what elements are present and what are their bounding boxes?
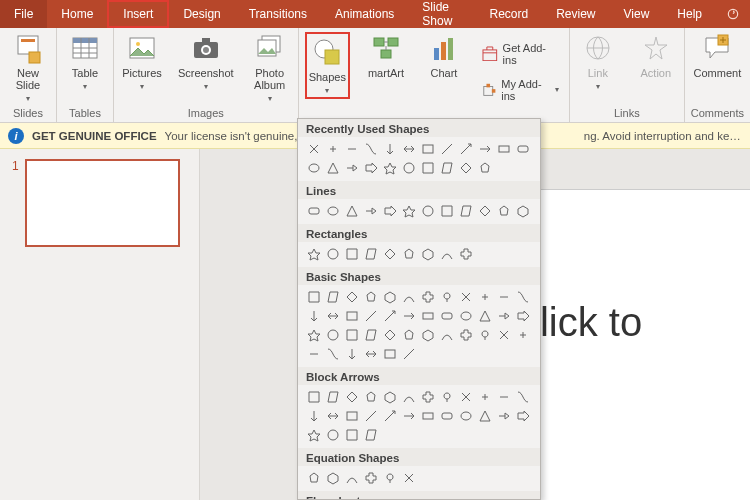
shape-item[interactable] [323,244,342,263]
shape-item[interactable] [475,139,494,158]
tab-home[interactable]: Home [47,0,107,28]
shape-item[interactable] [380,406,399,425]
shape-item[interactable] [437,244,456,263]
shape-item[interactable] [304,468,323,487]
shape-item[interactable] [437,406,456,425]
shape-item[interactable] [380,387,399,406]
get-addins-button[interactable]: Get Add-ins [478,39,563,69]
shape-item[interactable] [323,287,342,306]
shape-item[interactable] [418,287,437,306]
slide-subtitle-placeholder[interactable]: Click to [511,365,750,386]
shape-item[interactable] [456,201,475,220]
shape-item[interactable] [437,201,456,220]
shape-item[interactable] [323,139,342,158]
shape-item[interactable] [399,325,418,344]
shape-item[interactable] [323,158,342,177]
shape-item[interactable] [323,425,342,444]
shape-item[interactable] [399,387,418,406]
shape-item[interactable] [342,425,361,444]
shape-item[interactable] [494,387,513,406]
shape-item[interactable] [418,244,437,263]
shape-item[interactable] [399,158,418,177]
tab-review[interactable]: Review [542,0,609,28]
shape-item[interactable] [418,158,437,177]
shape-item[interactable] [323,325,342,344]
shape-item[interactable] [418,325,437,344]
tab-transitions[interactable]: Transitions [235,0,321,28]
shape-item[interactable] [456,387,475,406]
shape-item[interactable] [399,406,418,425]
slide-thumbnail[interactable] [25,159,180,247]
shape-item[interactable] [418,139,437,158]
shape-item[interactable] [361,425,380,444]
screenshot-button[interactable]: Screenshot ▾ [178,32,234,103]
shape-item[interactable] [361,344,380,363]
shape-item[interactable] [342,325,361,344]
shape-item[interactable] [380,244,399,263]
shape-item[interactable] [342,344,361,363]
shape-item[interactable] [304,344,323,363]
tell-me-icon[interactable] [716,0,750,28]
shape-item[interactable] [304,201,323,220]
shape-item[interactable] [456,244,475,263]
shape-item[interactable] [399,306,418,325]
shape-item[interactable] [494,306,513,325]
shape-item[interactable] [456,306,475,325]
shape-item[interactable] [418,306,437,325]
shape-item[interactable] [399,344,418,363]
shape-item[interactable] [380,158,399,177]
shape-item[interactable] [475,387,494,406]
tab-file[interactable]: File [0,0,47,28]
shape-item[interactable] [475,306,494,325]
shape-item[interactable] [304,287,323,306]
shape-item[interactable] [380,325,399,344]
shape-item[interactable] [456,325,475,344]
shape-item[interactable] [342,158,361,177]
shape-item[interactable] [361,406,380,425]
tab-record[interactable]: Record [475,0,542,28]
photo-album-button[interactable]: Photo Album ▾ [248,32,292,103]
shape-item[interactable] [380,201,399,220]
shape-item[interactable] [342,139,361,158]
smartart-button[interactable]: martArt [364,32,408,99]
shape-item[interactable] [304,425,323,444]
shape-item[interactable] [361,468,380,487]
shape-item[interactable] [494,406,513,425]
shape-item[interactable] [342,244,361,263]
tab-view[interactable]: View [610,0,664,28]
chart-button[interactable]: Chart [422,32,466,99]
shape-item[interactable] [304,244,323,263]
shape-item[interactable] [361,387,380,406]
new-slide-button[interactable]: New Slide ▾ [6,32,50,103]
shape-item[interactable] [456,139,475,158]
shape-item[interactable] [437,139,456,158]
shape-item[interactable] [380,306,399,325]
shape-item[interactable] [361,287,380,306]
shape-item[interactable] [494,139,513,158]
shape-item[interactable] [456,158,475,177]
thumbnail-row[interactable]: 1 [12,159,187,247]
shape-item[interactable] [513,201,532,220]
tab-animations[interactable]: Animations [321,0,408,28]
shape-item[interactable] [475,158,494,177]
shape-item[interactable] [513,287,532,306]
shape-item[interactable] [380,139,399,158]
shape-item[interactable] [380,287,399,306]
shape-item[interactable] [513,325,532,344]
tab-design[interactable]: Design [169,0,234,28]
shape-item[interactable] [342,201,361,220]
slide-title-placeholder[interactable]: Click to [511,300,750,345]
shape-item[interactable] [323,468,342,487]
shape-item[interactable] [304,387,323,406]
shape-item[interactable] [494,325,513,344]
shape-item[interactable] [456,287,475,306]
shape-item[interactable] [437,287,456,306]
tab-insert[interactable]: Insert [107,0,169,28]
action-button[interactable]: Action [634,32,678,91]
shape-item[interactable] [342,387,361,406]
shape-item[interactable] [437,158,456,177]
shape-item[interactable] [475,201,494,220]
shape-item[interactable] [304,158,323,177]
link-button[interactable]: Link ▾ [576,32,620,91]
tab-help[interactable]: Help [663,0,716,28]
